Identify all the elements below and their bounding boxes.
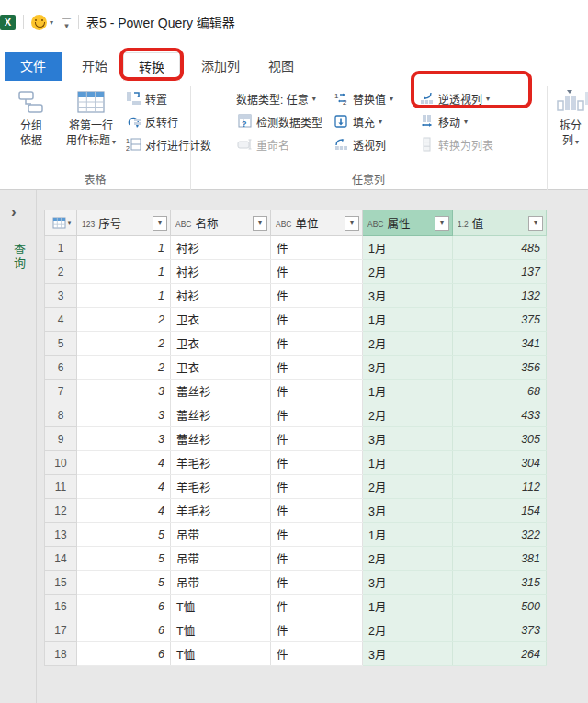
cell[interactable]: 68	[453, 380, 547, 403]
column-header-2[interactable]: ABC名称▾	[171, 210, 271, 236]
split-column-button[interactable]: 拆分 列▾	[552, 85, 588, 150]
cell[interactable]: 件	[271, 356, 363, 380]
data-type-dropdown[interactable]: 数据类型: 任意 ▾	[236, 88, 316, 108]
cell[interactable]: 1月	[363, 380, 453, 403]
cell[interactable]: 卫衣	[171, 356, 271, 380]
cell[interactable]: 卫衣	[171, 332, 271, 356]
cell[interactable]: 件	[271, 547, 363, 571]
cell[interactable]: 375	[453, 308, 547, 332]
cell[interactable]: 356	[453, 356, 547, 380]
row-number[interactable]: 8	[45, 403, 77, 427]
cell[interactable]: 件	[271, 380, 363, 403]
cell[interactable]: 5	[77, 571, 171, 595]
move-button[interactable]: 移动 ▾	[418, 111, 468, 131]
row-number[interactable]: 9	[45, 427, 77, 451]
cell[interactable]: 1	[77, 284, 171, 308]
cell[interactable]: T恤	[171, 595, 271, 618]
cell[interactable]: 衬衫	[171, 236, 271, 260]
cell[interactable]: 264	[453, 642, 547, 666]
cell[interactable]: 吊带	[171, 547, 271, 571]
queries-pane-label[interactable]: 查询	[10, 244, 28, 271]
fill-button[interactable]: 填充 ▾	[333, 111, 382, 131]
row-number[interactable]: 15	[45, 571, 77, 595]
cell[interactable]: 5	[77, 523, 171, 547]
cell[interactable]: 5	[77, 547, 171, 571]
reverse-rows-button[interactable]: 反转行	[125, 111, 178, 131]
cell[interactable]: 3月	[363, 499, 453, 523]
tab-transform[interactable]: 转换	[123, 52, 180, 81]
cell[interactable]: T恤	[171, 618, 271, 642]
row-number[interactable]: 10	[45, 451, 77, 475]
cell[interactable]: 305	[453, 427, 547, 451]
cell[interactable]: 蕾丝衫	[171, 427, 271, 451]
cell[interactable]: 吊带	[171, 571, 271, 595]
cell[interactable]: 件	[271, 260, 363, 284]
filter-dropdown-icon[interactable]: ▾	[253, 216, 267, 231]
cell[interactable]: 3	[77, 427, 171, 451]
cell[interactable]: 卫衣	[171, 308, 271, 332]
cell[interactable]: 485	[453, 236, 547, 260]
cell[interactable]: 件	[271, 284, 363, 308]
row-number[interactable]: 6	[45, 356, 77, 380]
tab-view[interactable]: 视图	[259, 52, 303, 81]
smiley-feedback-icon[interactable]	[31, 15, 47, 30]
row-number[interactable]: 18	[45, 642, 77, 666]
cell[interactable]: 3	[77, 380, 171, 403]
tab-file[interactable]: 文件	[5, 52, 62, 81]
cell[interactable]: 2月	[363, 260, 453, 284]
cell[interactable]: 304	[453, 451, 547, 475]
count-rows-button[interactable]: 1 2 对行进行计数	[125, 134, 211, 154]
cell[interactable]: 4	[77, 451, 171, 475]
cell[interactable]: 3月	[363, 284, 453, 308]
cell[interactable]: 373	[453, 618, 547, 642]
cell[interactable]: 羊毛衫	[171, 451, 271, 475]
cell[interactable]: 3	[77, 403, 171, 427]
cell[interactable]: 112	[453, 475, 547, 499]
cell[interactable]: 件	[271, 595, 363, 618]
chevron-down-icon[interactable]: ▾	[50, 18, 53, 27]
cell[interactable]: 蕾丝衫	[171, 403, 271, 427]
cell[interactable]: 件	[271, 308, 363, 332]
rename-button[interactable]: 重命名	[236, 134, 289, 154]
column-header-5[interactable]: 1.2值▾	[453, 210, 547, 236]
row-number[interactable]: 5	[45, 332, 77, 356]
quick-access-toolbar-icon[interactable]: —▾	[62, 15, 71, 29]
cell[interactable]: 2月	[363, 403, 453, 427]
cell[interactable]: 3月	[363, 356, 453, 380]
cell[interactable]: 2	[77, 356, 171, 380]
pivot-column-button[interactable]: 透视列	[333, 134, 386, 154]
transpose-button[interactable]: 转置	[125, 88, 167, 108]
cell[interactable]: 6	[77, 642, 171, 666]
cell[interactable]: 1月	[363, 308, 453, 332]
cell[interactable]: 500	[453, 595, 547, 618]
column-header-3[interactable]: ABC单位▾	[271, 210, 363, 236]
cell[interactable]: 1月	[363, 236, 453, 260]
cell[interactable]: 衬衫	[171, 260, 271, 284]
cell[interactable]: T恤	[171, 642, 271, 666]
cell[interactable]: 件	[271, 642, 363, 666]
cell[interactable]: 件	[271, 571, 363, 595]
use-first-row-as-headers-button[interactable]: 将第一行 用作标题▾	[57, 85, 125, 150]
row-number[interactable]: 7	[45, 380, 77, 403]
cell[interactable]: 1月	[363, 595, 453, 618]
row-number[interactable]: 11	[45, 475, 77, 499]
cell[interactable]: 154	[453, 499, 547, 523]
cell[interactable]: 羊毛衫	[171, 499, 271, 523]
cell[interactable]: 1月	[363, 451, 453, 475]
replace-values-button[interactable]: 1 2 替换值 ▾	[333, 88, 393, 108]
row-number[interactable]: 17	[45, 618, 77, 642]
cell[interactable]: 381	[453, 547, 547, 571]
cell[interactable]: 件	[271, 427, 363, 451]
convert-to-list-button[interactable]: 转换为列表	[418, 134, 493, 154]
filter-dropdown-icon[interactable]: ▾	[345, 216, 359, 231]
tab-home[interactable]: 开始	[74, 52, 116, 81]
cell[interactable]: 6	[77, 595, 171, 618]
cell[interactable]: 4	[77, 475, 171, 499]
row-number[interactable]: 1	[45, 236, 77, 260]
filter-dropdown-icon[interactable]: ▾	[153, 216, 167, 231]
row-number[interactable]: 12	[45, 499, 77, 523]
cell[interactable]: 132	[453, 284, 547, 308]
filter-dropdown-icon[interactable]: ▾	[435, 216, 449, 231]
cell[interactable]: 蕾丝衫	[171, 380, 271, 403]
cell[interactable]: 341	[453, 332, 547, 356]
